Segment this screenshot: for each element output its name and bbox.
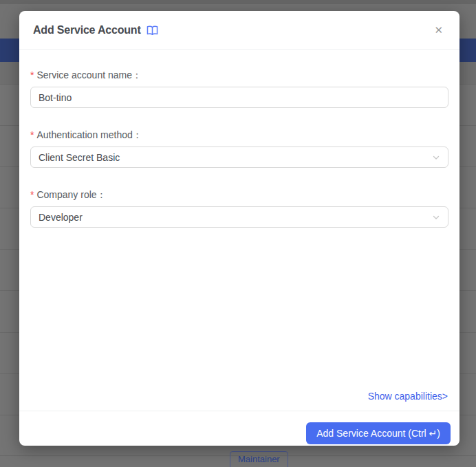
company-role-select[interactable]: Developer (30, 206, 448, 228)
chevron-down-icon (432, 153, 440, 162)
close-icon[interactable]: ✕ (431, 22, 446, 38)
add-service-account-modal: Add Service Account ✕ *Service account n… (19, 11, 459, 446)
field-service-account-name: *Service account name： (30, 67, 448, 108)
selected-value: Developer (39, 212, 432, 223)
open-book-icon (147, 25, 158, 36)
field-authentication-method: *Authentication method： Client Secret Ba… (30, 127, 448, 168)
service-account-name-input[interactable] (30, 87, 448, 108)
capabilities-row: Show capabilities> (30, 390, 448, 411)
modal-header: Add Service Account ✕ (19, 11, 459, 50)
modal-title: Add Service Account (33, 24, 158, 36)
field-company-role: *Company role： Developer (30, 187, 448, 228)
modal-footer: Add Service Account (Ctrl ↵) (19, 411, 459, 446)
modal-title-text: Add Service Account (33, 24, 141, 36)
modal-body: *Service account name： *Authentication m… (19, 50, 459, 411)
company-role-label: *Company role： (30, 187, 448, 202)
authentication-method-label: *Authentication method： (30, 127, 448, 142)
chevron-down-icon (432, 213, 440, 221)
service-account-name-label: *Service account name： (30, 67, 448, 83)
add-service-account-button[interactable]: Add Service Account (Ctrl ↵) (306, 422, 451, 444)
required-asterisk: * (30, 189, 34, 200)
selected-value: Client Secret Basic (39, 152, 432, 163)
authentication-method-select[interactable]: Client Secret Basic (30, 146, 448, 168)
show-capabilities-link[interactable]: Show capabilities> (368, 391, 448, 402)
required-asterisk: * (30, 69, 34, 80)
required-asterisk: * (30, 129, 34, 140)
